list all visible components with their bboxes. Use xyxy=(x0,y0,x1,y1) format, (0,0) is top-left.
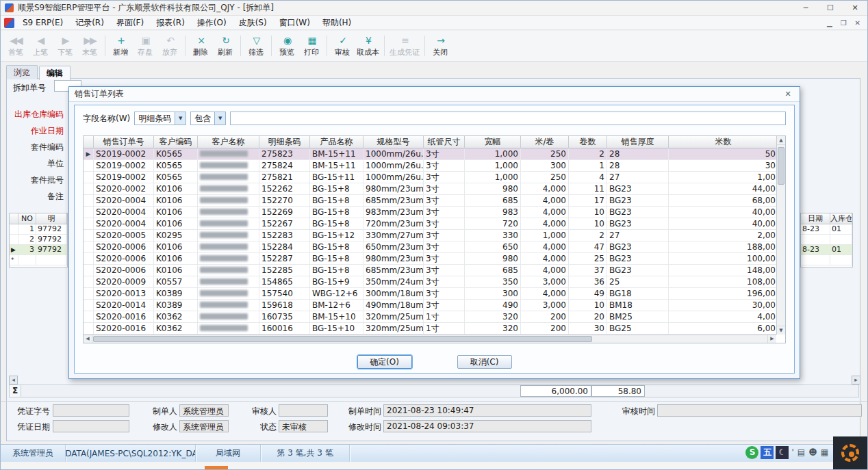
sogou-s-icon[interactable]: S xyxy=(745,446,758,459)
keyboard-icon[interactable]: ▤ xyxy=(797,447,806,457)
close-button[interactable]: ✕ xyxy=(843,1,867,15)
toolbar-button-audit[interactable]: ✓审核 xyxy=(330,32,355,60)
grid-row[interactable]: ▶397792 xyxy=(10,245,67,255)
toolbar-button-filter[interactable]: ▽筛选 xyxy=(244,32,268,60)
blurred-text xyxy=(200,325,248,331)
ok-button[interactable]: 确定(O) xyxy=(357,355,412,369)
column-header-5[interactable]: 规格型号 xyxy=(363,136,424,148)
table-row[interactable]: S2020-0004K0106152270BG-15+8685mm/23um..… xyxy=(84,195,785,207)
toolbar-button-refresh[interactable]: ↻刷新 xyxy=(213,32,238,60)
filter-search-input[interactable] xyxy=(230,112,786,125)
menu-item-help[interactable]: 帮助(H) xyxy=(316,16,357,29)
table-row[interactable]: S2020-0016K0362160016BG-15+10320mm/25um.… xyxy=(84,323,785,335)
menu-item-report[interactable]: 报表(R) xyxy=(150,16,191,29)
minimize-button[interactable]: ─ xyxy=(793,1,818,15)
hscroll-thumb[interactable] xyxy=(93,336,592,342)
vscroll-thumb[interactable] xyxy=(778,147,784,185)
column-header-10[interactable]: 销售厚度 xyxy=(607,136,669,148)
corner-logo[interactable] xyxy=(833,436,867,469)
mdi-minimize-button[interactable]: ▁ xyxy=(827,19,832,27)
mdi-close-button[interactable]: ✕ xyxy=(855,19,860,27)
mdi-restore-button[interactable]: ❐ xyxy=(841,19,847,27)
column-header-0[interactable]: 销售订单号 xyxy=(94,136,154,148)
filter-operator-combo[interactable]: 包含 ▼ xyxy=(190,112,226,125)
cell xyxy=(198,230,259,241)
dialog-close-icon[interactable]: ✕ xyxy=(782,90,794,99)
cell: 152287 xyxy=(259,253,310,264)
hscroll-left-arrow[interactable]: ◂ xyxy=(9,376,18,384)
grid-row[interactable] xyxy=(801,255,852,265)
column-header-3[interactable]: 明细条码 xyxy=(259,136,310,148)
table-row[interactable]: S2020-0006K0106152284BG-15+8650mm/23um..… xyxy=(84,241,785,253)
toolbar-button-delete[interactable]: ×删除 xyxy=(188,32,213,60)
grid-row[interactable]: 8-2301 xyxy=(801,224,852,235)
toolbar-button-print[interactable]: ▦打印 xyxy=(299,32,324,60)
tab-browse[interactable]: 浏览 xyxy=(6,65,38,79)
toolbar-button-close[interactable]: →关闭 xyxy=(428,32,452,60)
moon-icon[interactable]: ☾ xyxy=(776,446,789,459)
menu-item-operate[interactable]: 操作(O) xyxy=(191,16,233,29)
user-icon[interactable]: ☻ xyxy=(808,447,818,457)
toolbar-button-get-cost[interactable]: ¥取成本 xyxy=(355,32,381,60)
grid-column-header[interactable]: NO xyxy=(18,213,36,224)
menu-item-window[interactable]: 窗口(W) xyxy=(273,16,316,29)
table-row[interactable]: S2020-0004K0106152269BG-15+8983mm/23um..… xyxy=(84,207,785,218)
chevron-down-icon[interactable]: ▼ xyxy=(175,112,186,125)
table-row[interactable]: S2020-0005K0295152283BG-15+12330mm/27um.… xyxy=(84,230,785,241)
table-row[interactable]: S2020-0009K0557154865BG-15+9350mm/24um..… xyxy=(84,276,785,288)
table-row[interactable]: S2020-0014K0389159618BM-12+6490mm/18um..… xyxy=(84,300,785,311)
column-header-7[interactable]: 宽幅 xyxy=(465,136,521,148)
column-header-1[interactable]: 客户编码 xyxy=(154,136,198,148)
dialog-title-bar[interactable]: 销售订单列表 ✕ xyxy=(69,87,800,102)
scroll-down-icon[interactable]: ▼ xyxy=(777,326,785,335)
column-header-4[interactable]: 产品名称 xyxy=(310,136,363,148)
grid-column-header[interactable]: 日期 xyxy=(801,213,830,224)
footer-label-modifier: 修改人 xyxy=(146,421,177,433)
vertical-scrollbar[interactable]: ▲ ▼ xyxy=(776,136,785,335)
menu-item-skin[interactable]: 皮肤(S) xyxy=(233,16,273,29)
table-row[interactable]: S2019-0002K0565275821BG-15+111000mm/26u.… xyxy=(84,172,785,183)
grid-row[interactable] xyxy=(801,235,852,245)
column-header-11[interactable]: 米数 xyxy=(669,136,778,148)
table-row[interactable]: S2020-0006K0106152285BG-15+8685mm/23um..… xyxy=(84,265,785,276)
chevron-down-icon[interactable]: ▼ xyxy=(214,112,225,125)
grid-icon[interactable]: ▦ xyxy=(820,447,829,457)
table-row[interactable]: ▶S2019-0002K0565275823BM-15+111000mm/26u… xyxy=(84,148,785,160)
filter-field-combo[interactable]: 明细条码 ▼ xyxy=(134,112,186,125)
toolbar-button-preview[interactable]: ◉预览 xyxy=(275,32,299,60)
tab-edit[interactable]: 编辑 xyxy=(39,66,71,80)
grid-row[interactable]: 8-2301 xyxy=(801,245,852,255)
grid-row[interactable]: 297792 xyxy=(10,235,67,245)
grid-column-header[interactable] xyxy=(10,213,18,224)
cell: 3寸 xyxy=(424,183,465,194)
taskbar-active-indicator[interactable] xyxy=(205,466,228,469)
cancel-button[interactable]: 取消(C) xyxy=(457,355,512,369)
grid-column-header[interactable]: 明 xyxy=(36,213,67,224)
menu-item-s9-erp[interactable]: S9 ERP(E) xyxy=(16,16,69,29)
scroll-right-icon[interactable]: ▶ xyxy=(767,335,776,343)
menu-item-interface[interactable]: 界面(F) xyxy=(110,16,150,29)
table-row[interactable]: S2020-0016K0362160735BM-15+10320mm/25um.… xyxy=(84,311,785,323)
table-row[interactable]: S2020-0006K0106152287BG-15+8980mm/23um..… xyxy=(84,253,785,265)
title-bar: 顺景S9智能ERP管理平台 - 广东顺景软件科技有限公司_QJY - [拆卸单]… xyxy=(1,1,867,16)
table-row[interactable]: S2020-0002K0106152262BG-15+8980mm/23um..… xyxy=(84,183,785,195)
column-header-2[interactable]: 客户名称 xyxy=(198,136,259,148)
grid-row[interactable]: 197792 xyxy=(10,224,67,235)
hscroll-right-arrow[interactable]: ▸ xyxy=(852,376,860,384)
column-header-8[interactable]: 米/卷 xyxy=(521,136,569,148)
scroll-left-icon[interactable]: ◀ xyxy=(84,335,92,343)
menu-item-record[interactable]: 记录(R) xyxy=(69,16,110,29)
toolbar-button-add[interactable]: +新增 xyxy=(108,32,133,60)
grid-row[interactable]: * xyxy=(10,255,67,265)
table-row[interactable]: S2019-0002K0565275824BM-15+111000mm/26u.… xyxy=(84,160,785,172)
maximize-button[interactable]: ☐ xyxy=(818,1,843,15)
table-row[interactable]: S2020-0004K0106152267BG-15+8720mm/23um..… xyxy=(84,218,785,230)
table-row[interactable]: S2020-0013K0389157540WBG-12+6300mm/18um.… xyxy=(84,288,785,300)
grid-column-header[interactable]: 入库仓 xyxy=(830,213,852,224)
column-header-9[interactable]: 卷数 xyxy=(569,136,607,148)
horizontal-scrollbar[interactable]: ◀ ▶ xyxy=(84,335,776,343)
punctuation-icon[interactable]: ' xyxy=(791,447,794,457)
wubi-mode-icon[interactable]: 五 xyxy=(761,446,774,459)
scroll-up-icon[interactable]: ▲ xyxy=(777,136,785,145)
column-header-6[interactable]: 纸管尺寸 xyxy=(424,136,465,148)
